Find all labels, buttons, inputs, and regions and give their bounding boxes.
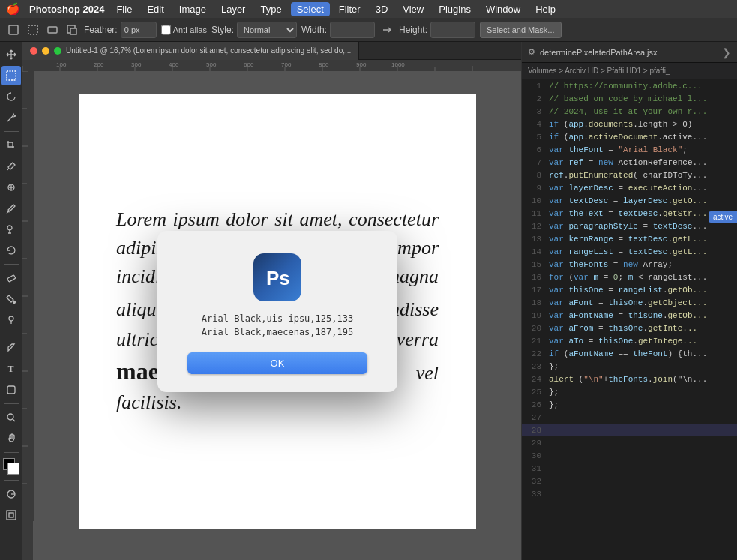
ruler-top: 100 200 300 400 500 600 700 800 900 1000: [22, 60, 521, 71]
menu-help[interactable]: Help: [529, 2, 562, 16]
separator-6: [4, 480, 19, 481]
home-icon[interactable]: [6, 22, 21, 37]
svg-point-10: [9, 316, 13, 321]
feather-input[interactable]: [121, 22, 157, 38]
canvas-tab[interactable]: Untitled-1 @ 16,7% (Lorem ipsum dolor si…: [22, 42, 359, 60]
canvas-viewport[interactable]: Lorem ipsum dolor sit amet, consectetur …: [34, 71, 521, 560]
svg-point-7: [7, 226, 12, 230]
tool-crop[interactable]: [1, 136, 21, 155]
tool-fill[interactable]: [1, 289, 21, 309]
menu-window[interactable]: Window: [480, 2, 526, 16]
app-name: Photoshop 2024: [29, 4, 104, 15]
svg-point-12: [7, 414, 13, 420]
svg-text:600: 600: [244, 61, 254, 68]
code-line: 6var theFont = "Arial Black";: [522, 143, 737, 156]
code-line: 1// https://community.adobe.c...: [522, 79, 737, 92]
apple-menu[interactable]: 🍎: [6, 2, 20, 16]
close-yellow-dot[interactable]: [42, 47, 49, 55]
tab-title: Untitled-1 @ 16,7% (Lorem ipsum dolor si…: [66, 46, 351, 55]
tool-text[interactable]: T: [1, 359, 21, 379]
tool-frame[interactable]: [1, 505, 21, 525]
svg-text:100: 100: [56, 61, 67, 68]
color-swatches[interactable]: [3, 458, 19, 475]
svg-rect-1: [28, 25, 37, 34]
tool-quickmask[interactable]: [1, 484, 21, 504]
marquee-icon[interactable]: [45, 22, 60, 37]
tool-magic-wand[interactable]: [1, 108, 21, 127]
code-line: 11var theText = textDesc.getStr...: [522, 207, 737, 220]
canvas-area: Untitled-1 @ 16,7% (Lorem ipsum dolor si…: [22, 42, 521, 560]
close-red-dot[interactable]: [30, 47, 37, 55]
close-green-dot[interactable]: [54, 47, 61, 55]
dialog-line2: Arial Black,maecenas,187,195: [187, 327, 367, 337]
separator-2: [4, 264, 19, 265]
height-input[interactable]: [430, 22, 475, 38]
dialog-overlay: Ps Arial Black,uis ipsu,125,133 Arial Bl…: [79, 94, 476, 529]
tool-history-brush[interactable]: [1, 241, 21, 260]
tool-dodge[interactable]: [1, 310, 21, 330]
anti-alias-checkbox[interactable]: [161, 22, 171, 38]
separator-4: [4, 403, 19, 404]
code-line: 12var paragraphStyle = textDesc...: [522, 220, 737, 232]
code-line: 26};: [522, 398, 737, 411]
select-mask-button[interactable]: Select and Mask...: [480, 22, 562, 38]
background-color[interactable]: [7, 463, 19, 475]
tool-eyedropper[interactable]: [1, 157, 21, 176]
tool-pen[interactable]: [1, 338, 21, 358]
tool-lasso[interactable]: [1, 87, 21, 106]
code-line: 3// 2024, use it at your own r...: [522, 105, 737, 118]
menu-edit[interactable]: Edit: [141, 2, 169, 16]
dialog-ok-button[interactable]: OK: [187, 352, 367, 374]
code-breadcrumb: Volumes > Archiv HD > Pfaffi HD1 > pfaff…: [522, 63, 737, 79]
menu-plugins[interactable]: Plugins: [433, 2, 477, 16]
code-line: 15var theFonts = new Array;: [522, 258, 737, 271]
svg-rect-2: [48, 27, 57, 33]
code-line: 25};: [522, 385, 737, 398]
svg-rect-11: [7, 386, 15, 394]
tool-eraser[interactable]: [1, 268, 21, 288]
code-line: 33: [522, 487, 737, 500]
code-line: 10var textDesc = layerDesc.getO...: [522, 194, 737, 207]
menu-image[interactable]: Image: [173, 2, 212, 16]
tool-hand[interactable]: [1, 429, 21, 448]
main-layout: T: [0, 42, 737, 560]
code-line: 23};: [522, 360, 737, 373]
code-line: 32: [522, 475, 737, 487]
code-panel-close[interactable]: ❯: [722, 46, 731, 58]
tool-marquee-rect[interactable]: [1, 66, 21, 85]
style-select[interactable]: Normal Fixed Ratio Fixed Size: [237, 22, 297, 38]
svg-rect-5: [7, 71, 16, 80]
tool-clone[interactable]: [1, 220, 21, 239]
code-line: 31: [522, 462, 737, 475]
code-line: 7var ref = new ActionReference...: [522, 156, 737, 169]
svg-text:700: 700: [281, 61, 292, 68]
tool-move[interactable]: [1, 45, 21, 64]
feather-group: Feather:: [84, 22, 157, 38]
code-line: 4if (app.documents.length > 0): [522, 118, 737, 130]
menu-select[interactable]: Select: [291, 2, 330, 16]
menu-file[interactable]: File: [110, 2, 138, 16]
tool-brush[interactable]: [1, 199, 21, 218]
marquee-rect-icon[interactable]: [25, 22, 40, 37]
width-input[interactable]: [330, 22, 375, 38]
code-line: 21var aTo = thisOne.getIntege...: [522, 334, 737, 347]
separator-5: [4, 452, 19, 453]
width-label: Width:: [301, 25, 327, 35]
menu-layer[interactable]: Layer: [215, 2, 252, 16]
code-line: 5if (app.activeDocument.active...: [522, 130, 737, 143]
width-group: Width:: [301, 22, 375, 38]
svg-text:400: 400: [169, 61, 179, 68]
tool-heal[interactable]: [1, 178, 21, 197]
svg-text:800: 800: [319, 61, 329, 68]
menu-view[interactable]: View: [397, 2, 430, 16]
svg-point-9: [13, 301, 15, 304]
menu-3d[interactable]: 3D: [370, 2, 394, 16]
code-line: 27: [522, 411, 737, 424]
tool-shape[interactable]: [1, 380, 21, 400]
menu-type[interactable]: Type: [254, 2, 287, 16]
swap-wh-icon[interactable]: [379, 22, 394, 37]
tool-zoom[interactable]: [1, 408, 21, 427]
menu-filter[interactable]: Filter: [333, 2, 367, 16]
left-toolbar: T: [0, 42, 22, 560]
subtract-icon[interactable]: [64, 22, 79, 37]
